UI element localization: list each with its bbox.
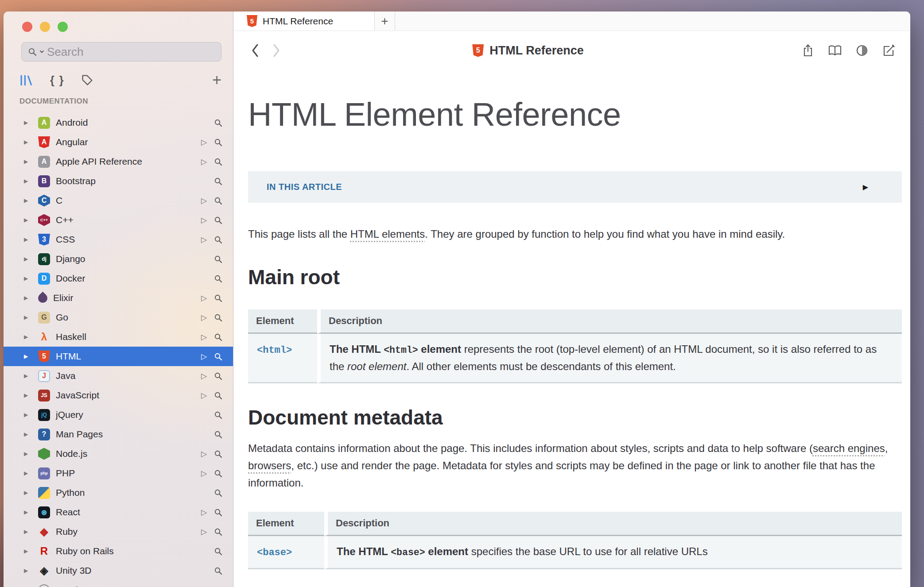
annotate-icon[interactable]: [882, 44, 895, 57]
search-docset-icon[interactable]: [214, 391, 222, 400]
library-icon[interactable]: [19, 74, 33, 86]
sidebar-item-apple-api-reference[interactable]: ▶AApple API Reference▷: [4, 152, 233, 171]
search-docset-icon[interactable]: [214, 236, 222, 244]
back-button[interactable]: [250, 42, 260, 58]
sidebar-item-bootstrap[interactable]: ▶BBootstrap: [4, 171, 233, 191]
sidebar-item-php[interactable]: ▶phpPHP▷: [4, 463, 233, 483]
disclosure-triangle-icon[interactable]: ▶: [24, 412, 35, 418]
sidebar-item-elixir[interactable]: ▶Elixir▷: [4, 288, 233, 308]
disclosure-triangle-icon[interactable]: ▶: [24, 256, 35, 262]
disclosure-triangle-icon[interactable]: ▶: [24, 509, 35, 515]
play-docset-icon[interactable]: ▷: [201, 469, 207, 478]
play-docset-icon[interactable]: ▷: [201, 391, 207, 400]
sidebar-item-unity-3d[interactable]: ▶◈Unity 3D: [4, 561, 233, 580]
article-view[interactable]: HTML Element Reference IN THIS ARTICLE ▶…: [233, 70, 910, 587]
search-scope-chevron-icon[interactable]: [39, 50, 44, 54]
sidebar-item-android[interactable]: ▶AAndroid: [4, 113, 233, 132]
add-docset-icon[interactable]: +: [212, 73, 221, 87]
search-docset-icon[interactable]: [214, 294, 222, 302]
search-docset-icon[interactable]: [214, 469, 222, 478]
search-docset-icon[interactable]: [214, 528, 222, 536]
play-docset-icon[interactable]: ▷: [201, 235, 207, 244]
tag-icon[interactable]: [81, 74, 93, 86]
search-docset-icon[interactable]: [214, 177, 222, 185]
element-link[interactable]: <html>: [257, 345, 292, 356]
search-docset-icon[interactable]: [214, 158, 222, 166]
disclosure-triangle-icon[interactable]: ▶: [24, 197, 35, 204]
search-docset-icon[interactable]: [214, 138, 222, 147]
search-docset-icon[interactable]: [214, 567, 222, 575]
search-docset-icon[interactable]: [214, 372, 222, 380]
disclosure-triangle-icon[interactable]: ▶: [24, 373, 35, 379]
disclosure-triangle-icon[interactable]: ▶: [24, 275, 35, 282]
sidebar-item-javascript[interactable]: ▶JSJavaScript▷: [4, 386, 233, 405]
search-docset-icon[interactable]: [214, 216, 222, 224]
toc-expand-icon[interactable]: ▶: [863, 183, 868, 191]
play-docset-icon[interactable]: ▷: [201, 527, 207, 537]
search-docset-icon[interactable]: [214, 430, 222, 439]
disclosure-triangle-icon[interactable]: ▶: [24, 295, 35, 301]
play-docset-icon[interactable]: ▷: [201, 449, 207, 459]
search-docset-icon[interactable]: [214, 313, 222, 322]
play-docset-icon[interactable]: ▷: [201, 138, 207, 147]
disclosure-triangle-icon[interactable]: ▶: [24, 451, 35, 457]
disclosure-triangle-icon[interactable]: ▶: [24, 548, 35, 554]
sidebar-item-python[interactable]: ▶Python: [4, 483, 233, 502]
disclosure-triangle-icon[interactable]: ▶: [24, 431, 35, 437]
disclosure-triangle-icon[interactable]: ▶: [24, 470, 35, 476]
sidebar-item-docker[interactable]: ▶DDocker: [4, 269, 233, 288]
play-docset-icon[interactable]: ▷: [201, 332, 207, 342]
sidebar-item-java[interactable]: ▶JJava▷: [4, 366, 233, 386]
disclosure-triangle-icon[interactable]: ▶: [24, 529, 35, 535]
search-docset-icon[interactable]: [214, 274, 222, 283]
search-docset-icon[interactable]: [214, 352, 222, 361]
in-this-article-bar[interactable]: IN THIS ARTICLE ▶: [248, 171, 902, 203]
share-icon[interactable]: [801, 43, 815, 58]
sidebar-item-c[interactable]: ▶C++C++▷: [4, 210, 233, 230]
play-docset-icon[interactable]: ▷: [201, 157, 207, 166]
search-docset-icon[interactable]: [214, 450, 222, 458]
play-docset-icon[interactable]: ▷: [201, 216, 207, 225]
sidebar-item-node-js[interactable]: ▶Node.js▷: [4, 444, 233, 463]
disclosure-triangle-icon[interactable]: ▶: [24, 392, 35, 398]
disclosure-triangle-icon[interactable]: ▶: [24, 314, 35, 321]
disclosure-triangle-icon[interactable]: ▶: [24, 139, 35, 145]
search-docset-icon[interactable]: [214, 197, 222, 205]
sidebar-item-angular[interactable]: ▶AAngular▷: [4, 132, 233, 152]
search-docset-icon[interactable]: [214, 333, 222, 341]
disclosure-triangle-icon[interactable]: ▶: [24, 490, 35, 496]
search-docset-icon[interactable]: [214, 547, 222, 556]
sidebar-item-html[interactable]: ▶5HTML▷: [4, 347, 233, 366]
sidebar-item-react[interactable]: ▶⊛React▷: [4, 502, 233, 522]
zoom-window-button[interactable]: [58, 22, 68, 32]
search-docset-icon[interactable]: [214, 508, 222, 517]
disclosure-triangle-icon[interactable]: ▶: [24, 217, 35, 223]
disclosure-triangle-icon[interactable]: ▶: [24, 353, 35, 359]
disclosure-triangle-icon[interactable]: ▶: [24, 120, 35, 126]
sidebar-item-man-pages[interactable]: ▶?Man Pages: [4, 425, 233, 444]
play-docset-icon[interactable]: ▷: [201, 294, 207, 303]
sidebar-item-haskell[interactable]: ▶λHaskell▷: [4, 327, 233, 347]
element-link[interactable]: <base>: [257, 547, 292, 558]
snippets-icon[interactable]: { }: [50, 74, 64, 87]
minimize-window-button[interactable]: [40, 22, 50, 32]
play-docset-icon[interactable]: ▷: [201, 508, 207, 517]
bookmarks-icon[interactable]: [828, 44, 842, 57]
sidebar-item-django[interactable]: ▶djDjango: [4, 249, 233, 269]
search-input[interactable]: [47, 45, 215, 59]
contrast-icon[interactable]: [855, 44, 869, 57]
sidebar-item-css[interactable]: ▶3CSS▷: [4, 230, 233, 249]
new-tab-button[interactable]: +: [375, 12, 395, 31]
play-docset-icon[interactable]: ▷: [201, 352, 207, 361]
disclosure-triangle-icon[interactable]: ▶: [24, 568, 35, 574]
search-docset-icon[interactable]: [214, 255, 222, 263]
play-docset-icon[interactable]: ▷: [201, 196, 207, 205]
disclosure-triangle-icon[interactable]: ▶: [24, 158, 35, 165]
play-docset-icon[interactable]: ▷: [201, 371, 207, 381]
close-window-button[interactable]: [22, 22, 32, 32]
tab-html-reference[interactable]: 5 HTML Reference: [233, 12, 375, 31]
forward-button[interactable]: [272, 42, 281, 58]
disclosure-triangle-icon[interactable]: ▶: [24, 334, 35, 340]
sidebar-item-wordpress[interactable]: ▶WWordPress: [4, 580, 233, 587]
play-docset-icon[interactable]: ▷: [201, 313, 207, 322]
